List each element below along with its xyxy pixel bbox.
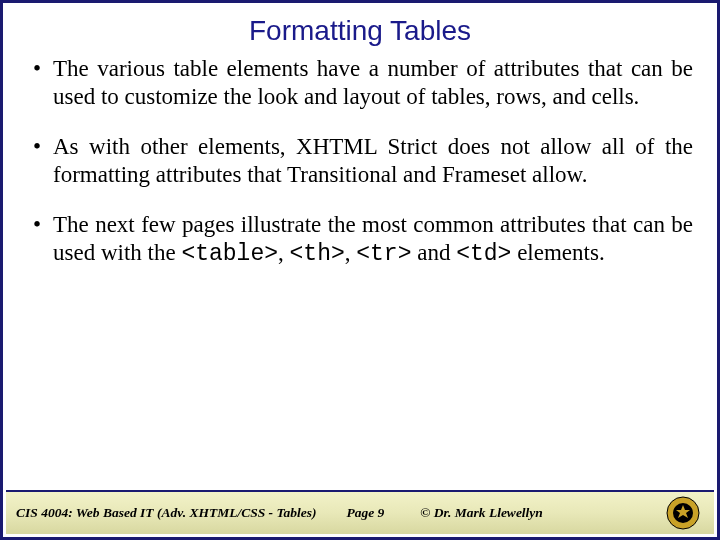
slide-content: The various table elements have a number…	[3, 55, 717, 268]
footer-author: © Dr. Mark Llewellyn	[420, 505, 543, 521]
slide-title: Formatting Tables	[3, 15, 717, 47]
bullet-text: As with other elements, XHTML Strict doe…	[53, 134, 693, 187]
code-snippet: <th>	[290, 241, 345, 267]
footer-page: Page 9	[346, 505, 420, 521]
code-snippet: <tr>	[356, 241, 411, 267]
bullet-text: elements.	[511, 240, 604, 265]
bullet-text: ,	[345, 240, 357, 265]
bullet-item: The various table elements have a number…	[31, 55, 693, 111]
footer-course: CIS 4004: Web Based IT (Adv. XHTML/CSS -…	[16, 505, 346, 521]
bullet-text: and	[411, 240, 456, 265]
ucf-logo-icon	[666, 496, 700, 530]
bullet-text: The various table elements have a number…	[53, 56, 693, 109]
code-snippet: <table>	[181, 241, 278, 267]
slide-footer: CIS 4004: Web Based IT (Adv. XHTML/CSS -…	[6, 490, 714, 534]
slide: Formatting Tables The various table elem…	[0, 0, 720, 540]
bullet-item: As with other elements, XHTML Strict doe…	[31, 133, 693, 189]
code-snippet: <td>	[456, 241, 511, 267]
bullet-text: ,	[278, 240, 290, 265]
bullet-list: The various table elements have a number…	[31, 55, 693, 268]
bullet-item: The next few pages illustrate the most c…	[31, 211, 693, 268]
